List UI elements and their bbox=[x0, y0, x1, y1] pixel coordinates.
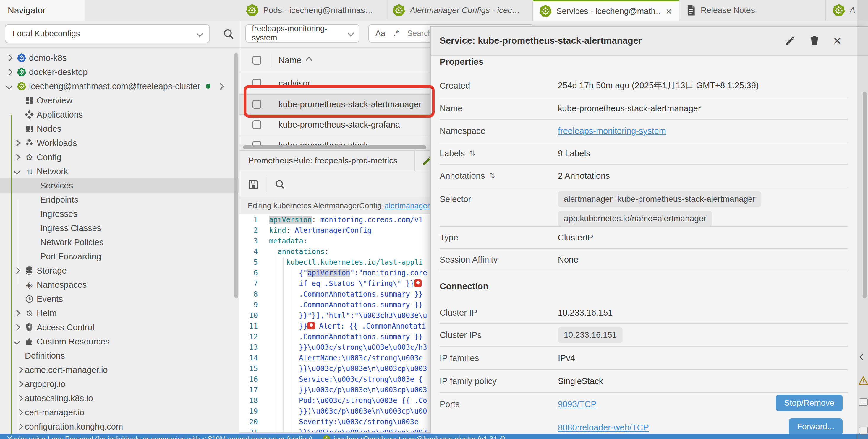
editing-label: Editing kubernetes AlertmanagerConfig bbox=[248, 201, 381, 210]
sidebar-item-docker-desktop[interactable]: docker-desktop bbox=[0, 65, 239, 79]
sidebar-item-network[interactable]: ↑↓ Network bbox=[0, 164, 239, 178]
sidebar-item-ingresses[interactable]: Ingresses bbox=[0, 207, 239, 221]
kubernetes-icon bbox=[833, 4, 845, 16]
sidebar-item-endpoints[interactable]: Endpoints bbox=[0, 193, 239, 207]
close-icon[interactable]: × bbox=[833, 34, 841, 48]
cluster-ip-chip: 10.233.16.151 bbox=[558, 327, 623, 343]
forward-button[interactable]: Forward... bbox=[789, 418, 843, 435]
select-all-checkbox[interactable] bbox=[252, 56, 261, 65]
lens-app-window: Navigator Pods - icecheng@mathmas… Alert… bbox=[0, 0, 868, 439]
row-checkbox[interactable] bbox=[252, 120, 261, 129]
tab-services-active[interactable]: Services - icecheng@math… × bbox=[533, 0, 679, 21]
sidebar-item-storage[interactable]: Storage bbox=[0, 264, 239, 278]
namespace-link[interactable]: freeleaps-monitoring-system bbox=[558, 126, 666, 136]
sidebar-item-configuration-konghq[interactable]: configuration.konghq.com bbox=[0, 419, 239, 434]
sidebar-item-label: Storage bbox=[37, 266, 67, 276]
labels-value[interactable]: 9 Labels bbox=[558, 148, 590, 158]
tab-pods[interactable]: Pods - icecheng@mathmas… bbox=[240, 0, 386, 21]
kubernetes-icon bbox=[17, 68, 26, 76]
port-link-8080[interactable]: 8080:reloader-web/TCP bbox=[558, 423, 649, 433]
annotations-value[interactable]: 2 Annotations bbox=[558, 171, 610, 181]
sidebar-item-argoproj[interactable]: argoproj.io bbox=[0, 377, 239, 391]
created-label: Created bbox=[440, 81, 558, 91]
sidebar-item-nodes[interactable]: Nodes bbox=[0, 122, 239, 136]
sidebar-item-label: Overview bbox=[37, 96, 72, 105]
service-name: kube-prometheus-stack-… bbox=[278, 141, 380, 145]
stop-remove-button[interactable]: Stop/Remove bbox=[776, 395, 843, 411]
sidebar-item-label: demo-k8s bbox=[29, 53, 66, 63]
terminal-icon[interactable]: _ bbox=[859, 398, 868, 406]
created-value: 254d 17h 50m ago (2025年1月13日 GMT+8 1:25:… bbox=[558, 80, 759, 92]
sort-icon[interactable]: ⇅ bbox=[469, 149, 475, 158]
kubeconfig-select-value: Local Kubeconfigs bbox=[12, 29, 80, 38]
namespace-select-value: freeleaps-monitoring-system bbox=[252, 24, 348, 42]
sidebar-item-services[interactable]: Services bbox=[0, 178, 239, 193]
tab-release-notes[interactable]: Release Notes bbox=[679, 0, 826, 21]
chevron-left-icon[interactable] bbox=[860, 353, 866, 361]
sidebar-item-label: Definitions bbox=[25, 351, 65, 361]
chevron-right-icon bbox=[17, 423, 23, 430]
clock-icon bbox=[22, 295, 37, 303]
sidebar-item-network-policies[interactable]: Network Policies bbox=[0, 235, 239, 249]
name-column-header[interactable]: Name bbox=[278, 56, 301, 65]
navigator-title: Navigator bbox=[8, 5, 45, 15]
kubernetes-icon bbox=[322, 435, 330, 439]
notification-icon[interactable] bbox=[859, 427, 868, 434]
sidebar-item-port-forwarding[interactable]: Port Forwarding bbox=[0, 249, 239, 264]
sort-icon[interactable]: ⇅ bbox=[489, 172, 495, 180]
search-icon[interactable] bbox=[222, 28, 235, 40]
session-affinity-label: Session Affinity bbox=[440, 255, 558, 265]
sidebar-item-namespaces[interactable]: ◈ Namespaces bbox=[0, 278, 239, 292]
puzzle-icon bbox=[22, 337, 37, 346]
search-placeholder: Search bbox=[407, 29, 433, 38]
alertmanager-config-link[interactable]: alertmanager bbox=[384, 201, 430, 210]
sidebar-item-autoscaling[interactable]: autoscaling.k8s.io bbox=[0, 391, 239, 405]
tab-partial[interactable]: A bbox=[826, 0, 862, 21]
warning-icon[interactable] bbox=[858, 376, 868, 385]
chevron-down-icon bbox=[6, 83, 13, 90]
namespace-select[interactable]: freeleaps-monitoring-system bbox=[245, 24, 360, 42]
sidebar-item-config[interactable]: ⚙ Config bbox=[0, 150, 239, 164]
sidebar-item-custom-resources[interactable]: Custom Resources bbox=[0, 334, 239, 348]
kubeconfig-row: Local Kubeconfigs bbox=[0, 21, 239, 48]
type-value: ClusterIP bbox=[558, 233, 593, 242]
sidebar-item-events[interactable]: Events bbox=[0, 292, 239, 306]
scrollbar-thumb[interactable] bbox=[243, 145, 426, 149]
sidebar-item-workloads[interactable]: Workloads bbox=[0, 136, 239, 150]
prometheus-rule-title: PrometheusRule: freepeals-prod-metrics bbox=[248, 156, 397, 165]
kubernetes-icon bbox=[246, 4, 258, 16]
name-value: kube-prometheus-stack-alertmanager bbox=[558, 104, 701, 113]
gear-icon: ⚙ bbox=[22, 153, 37, 162]
tab-close-icon[interactable]: × bbox=[665, 6, 672, 16]
row-checkbox[interactable] bbox=[252, 141, 261, 145]
active-cluster-label[interactable]: icecheng@mathmast.com@freeleaps-cluster … bbox=[334, 435, 505, 439]
sort-asc-icon[interactable] bbox=[306, 57, 312, 64]
sidebar-item-ingress-classes[interactable]: Ingress Classes bbox=[0, 221, 239, 235]
sidebar-item-definitions[interactable]: Definitions bbox=[0, 348, 239, 363]
divider bbox=[414, 151, 415, 171]
save-icon[interactable] bbox=[247, 178, 259, 191]
chevron-right-icon bbox=[13, 140, 21, 146]
chevron-right-icon[interactable] bbox=[217, 83, 224, 90]
sidebar-item-helm[interactable]: Helm bbox=[0, 306, 239, 320]
port-link-9093[interactable]: 9093/TCP bbox=[558, 399, 649, 409]
search-icon[interactable] bbox=[274, 179, 286, 190]
kubeconfig-select[interactable]: Local Kubeconfigs bbox=[5, 24, 210, 43]
regex-toggle[interactable]: .* bbox=[394, 29, 399, 38]
match-case-toggle[interactable]: Aa bbox=[375, 29, 385, 38]
sidebar-scrollbar[interactable] bbox=[235, 53, 238, 298]
sidebar-item-overview[interactable]: Overview bbox=[0, 93, 239, 107]
sidebar-item-acme-cert-manager[interactable]: acme.cert-manager.io bbox=[0, 363, 239, 377]
edit-icon[interactable] bbox=[784, 35, 796, 47]
sidebar-item-access-control[interactable]: Access Control bbox=[0, 320, 239, 334]
tab-label: A bbox=[850, 6, 855, 15]
sidebar-item-cert-manager[interactable]: cert-manager.io bbox=[0, 405, 239, 419]
sidebar-item-applications[interactable]: Applications bbox=[0, 107, 239, 122]
sidebar-item-demo-k8s[interactable]: demo-k8s bbox=[0, 51, 239, 65]
chevron-right-icon bbox=[13, 324, 21, 331]
sidebar-item-freeleaps-cluster[interactable]: icecheng@mathmast.com@freeleaps-cluster bbox=[0, 79, 239, 93]
siren-icon bbox=[414, 279, 422, 287]
delete-icon[interactable] bbox=[809, 35, 820, 47]
sidebar-item-label: Network Policies bbox=[40, 238, 103, 247]
tab-alertmanager-configs[interactable]: Alertmanager Configs - icec… bbox=[386, 0, 533, 21]
